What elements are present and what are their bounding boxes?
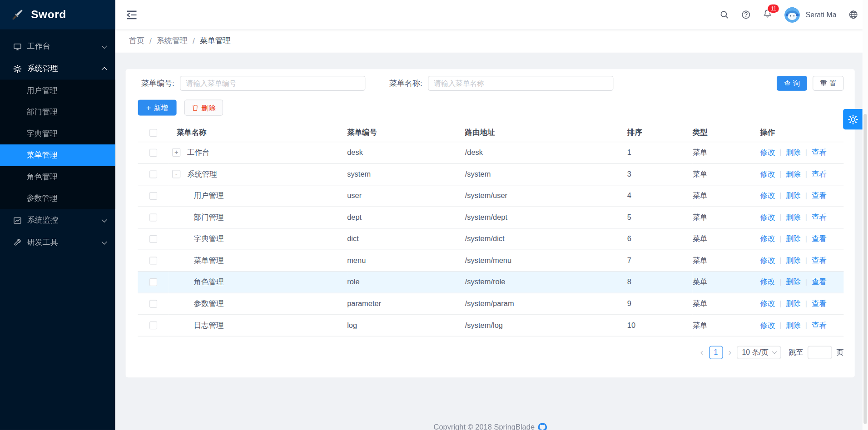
action-delete[interactable]: 删除 <box>786 321 801 329</box>
sidebar-subitem[interactable]: 部门管理 <box>0 101 115 123</box>
sidebar-subitem[interactable]: 角色管理 <box>0 166 115 188</box>
action-edit[interactable]: 修改 <box>760 148 775 156</box>
table-row[interactable]: 角色管理 role /system/role 8 菜单 修改|删除|查看 <box>138 271 843 293</box>
menu-code-input[interactable] <box>180 76 365 91</box>
cell-actions: 修改|删除|查看 <box>760 207 843 228</box>
jump-page-input[interactable] <box>808 346 832 359</box>
search-button[interactable]: 查 询 <box>777 76 808 91</box>
row-checkbox[interactable] <box>149 213 157 221</box>
action-delete[interactable]: 删除 <box>786 234 801 242</box>
breadcrumb-system[interactable]: 系统管理 <box>157 36 188 46</box>
table-header-row: 菜单名称 菜单编号 路由地址 排序 类型 操作 <box>138 124 843 142</box>
sidebar-subitem[interactable]: 字典管理 <box>0 123 115 145</box>
table-row[interactable]: 日志管理 log /system/log 10 菜单 修改|删除|查看 <box>138 314 843 336</box>
action-edit[interactable]: 修改 <box>760 213 775 221</box>
notification-badge: 11 <box>768 5 779 13</box>
cell-sort: 7 <box>627 250 693 272</box>
table-row[interactable]: 用户管理 user /system/user 4 菜单 修改|删除|查看 <box>138 185 843 207</box>
menu-name-label: 菜单名称: <box>389 78 422 88</box>
sidebar-subitem[interactable]: 菜单管理 <box>0 144 115 166</box>
sidebar-item-system[interactable]: 系统管理 <box>0 58 115 80</box>
sidebar-item-devtools[interactable]: 研发工具 <box>0 231 115 253</box>
sidebar-item-workbench[interactable]: 工作台 <box>0 35 115 58</box>
table-row[interactable]: + 工作台 desk /desk 1 菜单 修改|删除|查看 <box>138 142 843 163</box>
scrollbar-thumb[interactable] <box>863 114 867 424</box>
action-edit[interactable]: 修改 <box>760 234 775 242</box>
action-edit[interactable]: 修改 <box>760 170 775 178</box>
row-checkbox[interactable] <box>149 300 157 307</box>
sidebar-subitem[interactable]: 参数管理 <box>0 188 115 209</box>
cell-code: dict <box>347 228 465 250</box>
action-edit[interactable]: 修改 <box>760 299 775 307</box>
footer: Copyright © 2018 SpringBlade <box>126 423 855 430</box>
row-checkbox[interactable] <box>149 321 157 329</box>
add-button[interactable]: + 新增 <box>138 99 176 115</box>
page-number-current[interactable]: 1 <box>709 346 723 359</box>
row-checkbox[interactable] <box>149 170 157 178</box>
action-view[interactable]: 查看 <box>812 256 827 264</box>
table-row[interactable]: 字典管理 dict /system/dict 6 菜单 修改|删除|查看 <box>138 228 843 250</box>
column-header: 路由地址 <box>465 124 627 142</box>
expander[interactable]: - <box>172 170 180 178</box>
avatar[interactable] <box>784 7 800 22</box>
github-icon[interactable] <box>538 423 547 430</box>
breadcrumb-current: 菜单管理 <box>200 36 231 46</box>
action-view[interactable]: 查看 <box>812 234 827 242</box>
delete-button[interactable]: 删除 <box>184 99 223 115</box>
table-row[interactable]: 参数管理 parameter /system/param 9 菜单 修改|删除|… <box>138 293 843 315</box>
next-page-button[interactable]: › <box>727 346 733 358</box>
select-all-checkbox[interactable] <box>149 129 157 137</box>
action-view[interactable]: 查看 <box>812 277 827 286</box>
cell-sort: 1 <box>627 142 693 163</box>
reset-button[interactable]: 重 置 <box>813 76 844 91</box>
prev-page-button[interactable]: ‹ <box>699 346 704 358</box>
cell-code: system <box>347 163 465 185</box>
table-row[interactable]: - 系统管理 system /system 3 菜单 修改|删除|查看 <box>138 163 843 185</box>
globe-icon[interactable] <box>848 10 858 20</box>
row-checkbox[interactable] <box>149 192 157 199</box>
action-view[interactable]: 查看 <box>812 213 827 221</box>
action-delete[interactable]: 删除 <box>786 170 801 178</box>
action-edit[interactable]: 修改 <box>760 321 775 329</box>
action-view[interactable]: 查看 <box>812 191 827 199</box>
cell-code: user <box>347 185 465 207</box>
action-edit[interactable]: 修改 <box>760 277 775 286</box>
cell-actions: 修改|删除|查看 <box>760 250 843 272</box>
action-delete[interactable]: 删除 <box>786 191 801 199</box>
action-delete[interactable]: 删除 <box>786 256 801 264</box>
settings-drawer-button[interactable] <box>843 109 863 129</box>
action-view[interactable]: 查看 <box>812 299 827 307</box>
row-checkbox[interactable] <box>149 235 157 242</box>
page-size-select[interactable]: 10 条/页 <box>737 346 781 359</box>
menu-fold-icon[interactable] <box>126 9 138 21</box>
table-row[interactable]: 菜单管理 menu /system/menu 7 菜单 修改|删除|查看 <box>138 250 843 272</box>
menu-name-input[interactable] <box>428 76 613 91</box>
action-edit[interactable]: 修改 <box>760 191 775 199</box>
action-delete[interactable]: 删除 <box>786 277 801 286</box>
table-row[interactable]: 部门管理 dept /system/dept 5 菜单 修改|删除|查看 <box>138 207 843 228</box>
search-icon[interactable] <box>720 10 729 20</box>
notifications-button[interactable]: 11 <box>763 9 773 21</box>
sidebar-subitem[interactable]: 用户管理 <box>0 80 115 102</box>
row-checkbox[interactable] <box>149 278 157 286</box>
app-logo[interactable]: Sword <box>0 0 115 30</box>
action-delete[interactable]: 删除 <box>786 148 801 156</box>
submenu-system: 用户管理部门管理字典管理菜单管理角色管理参数管理 <box>0 80 115 209</box>
cell-type: 菜单 <box>693 228 760 250</box>
help-icon[interactable] <box>741 10 751 20</box>
cell-type: 菜单 <box>693 271 760 293</box>
breadcrumb-home[interactable]: 首页 <box>129 36 144 46</box>
user-name[interactable]: Serati Ma <box>806 10 837 19</box>
row-checkbox[interactable] <box>149 257 157 264</box>
action-view[interactable]: 查看 <box>812 148 827 156</box>
action-edit[interactable]: 修改 <box>760 256 775 264</box>
cell-type: 菜单 <box>693 314 760 336</box>
action-view[interactable]: 查看 <box>812 170 827 178</box>
cell-sort: 5 <box>627 207 693 228</box>
expander[interactable]: + <box>172 148 180 157</box>
action-delete[interactable]: 删除 <box>786 213 801 221</box>
action-view[interactable]: 查看 <box>812 321 827 329</box>
action-delete[interactable]: 删除 <box>786 299 801 307</box>
row-checkbox[interactable] <box>149 148 157 156</box>
sidebar-item-monitor[interactable]: 系统监控 <box>0 209 115 232</box>
